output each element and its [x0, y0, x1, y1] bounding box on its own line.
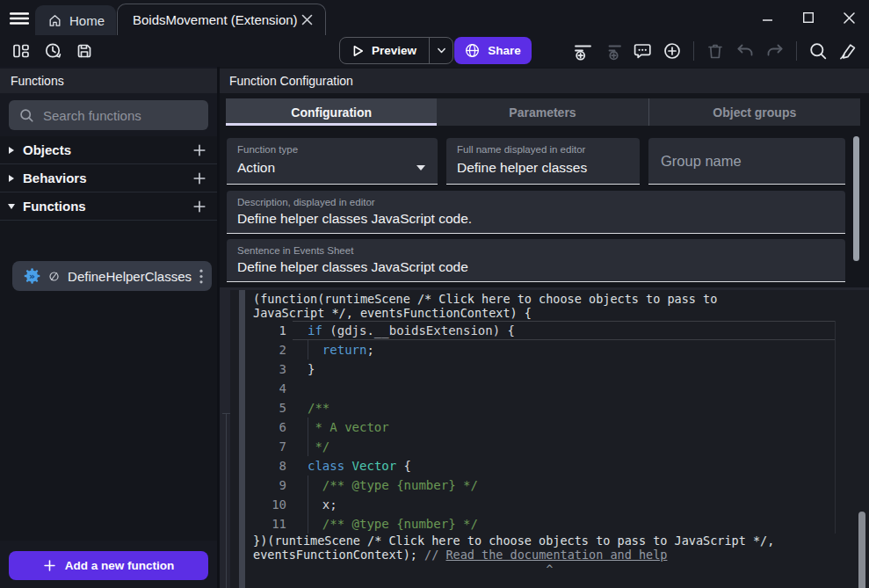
group-name-input[interactable] — [661, 138, 832, 184]
line-number: 2 — [230, 340, 286, 359]
line-text: /** — [308, 398, 869, 417]
toolbar-left-group — [9, 39, 97, 63]
code-line[interactable]: 2 return; — [230, 340, 869, 359]
function-type-field[interactable]: Function type Action — [227, 138, 438, 185]
group-name-field[interactable] — [648, 138, 845, 185]
add-comment-button[interactable] — [630, 39, 655, 63]
form-scrollbar[interactable] — [853, 136, 859, 261]
code-line[interactable]: 7 */ — [230, 437, 869, 456]
line-number: 11 — [230, 514, 286, 534]
line-number: 4 — [230, 379, 286, 398]
field-label: Full name displayed in editor — [457, 144, 585, 155]
function-item-menu-button[interactable] — [199, 269, 203, 284]
hamburger-icon — [10, 11, 29, 25]
history-button[interactable] — [40, 39, 65, 63]
function-configuration-panel: Function Configuration Configuration Par… — [220, 67, 869, 588]
visibility-off-icon — [48, 270, 60, 283]
code-line[interactable]: 4 — [230, 379, 869, 398]
menu-button[interactable] — [8, 10, 31, 27]
toolbar-divider — [796, 41, 797, 61]
search-input[interactable] — [43, 108, 188, 123]
code-line[interactable]: 1if (gdjs.__boidsExtension) { — [230, 321, 869, 340]
history-icon — [43, 41, 62, 61]
edit-icon — [838, 41, 858, 62]
toolbar-divider — [693, 41, 694, 61]
code-header-line: JavaScript */, eventsFunctionContext) { — [253, 306, 532, 320]
sidebar-section-functions[interactable]: Functions — [0, 192, 217, 221]
code-line[interactable]: 3} — [230, 359, 869, 379]
line-number: 10 — [230, 495, 286, 514]
full-name-field[interactable]: Full name displayed in editor Define hel… — [446, 138, 640, 185]
search-button[interactable] — [806, 39, 830, 63]
delete-button[interactable] — [703, 39, 728, 63]
code-scrollbar[interactable] — [858, 512, 865, 588]
code-line[interactable]: 10 x; — [230, 495, 869, 514]
close-button[interactable] — [829, 4, 869, 32]
save-button[interactable] — [72, 39, 97, 63]
add-event-button[interactable] — [570, 39, 595, 63]
add-sub-event-icon — [603, 41, 623, 62]
preview-button[interactable]: Preview — [340, 38, 429, 63]
tab-extension[interactable]: BoidsMovement (Extension) — [117, 4, 326, 35]
function-item-label: DefineHelperClasses — [68, 269, 192, 284]
main-header: Function Configuration — [220, 69, 869, 93]
line-number: 8 — [230, 456, 286, 475]
add-function-button[interactable]: Add a new function — [9, 551, 208, 580]
code-line[interactable]: 9 /** @type {number} */ — [230, 475, 869, 495]
app-window: Home BoidsMovement (Extension) — [0, 0, 869, 588]
chevron-down-icon — [436, 45, 447, 56]
chevron-right-icon[interactable] — [0, 175, 23, 182]
close-icon — [301, 14, 313, 25]
description-field[interactable]: Description, displayed in editor Define … — [227, 191, 845, 234]
redo-icon — [765, 41, 785, 61]
undo-icon — [735, 41, 755, 61]
collapse-caret[interactable]: ^ — [230, 563, 869, 576]
undo-button[interactable] — [733, 39, 757, 63]
choose-event-button[interactable] — [660, 39, 684, 63]
function-item-selected[interactable]: » DefineHelperClasses — [12, 261, 212, 291]
sidebar-header: Functions — [0, 69, 217, 93]
project-manager-button[interactable] — [9, 39, 33, 63]
add-object-button[interactable] — [192, 143, 206, 157]
code-line[interactable]: 6 * A vector — [230, 417, 869, 437]
line-number: 7 — [230, 437, 286, 456]
share-button[interactable]: Share — [454, 37, 532, 64]
sentence-field[interactable]: Sentence in Events Sheet Define helper c… — [227, 239, 845, 282]
code-footer[interactable]: })(runtimeScene /* Click here to choose … — [253, 534, 860, 562]
minimize-button[interactable] — [748, 4, 788, 32]
edit-button[interactable] — [836, 39, 860, 63]
functions-sidebar: Functions Objects Behaviors — [0, 67, 217, 588]
maximize-button[interactable] — [788, 4, 829, 32]
chevron-down-icon[interactable] — [0, 204, 23, 209]
line-number: 5 — [230, 398, 286, 417]
tab-configuration[interactable]: Configuration — [226, 98, 437, 126]
tab-parameters[interactable]: Parameters — [437, 98, 648, 126]
code-line[interactable]: 8class Vector { — [230, 456, 869, 475]
sidebar-section-behaviors[interactable]: Behaviors — [0, 164, 217, 192]
preview-dropdown-button[interactable] — [429, 38, 453, 63]
project-manager-icon — [11, 41, 31, 61]
sidebar-section-objects[interactable]: Objects — [0, 136, 217, 164]
main-title: Function Configuration — [229, 74, 353, 88]
add-function-quick-button[interactable] — [192, 200, 206, 214]
search-box[interactable] — [9, 100, 208, 130]
tab-close-button[interactable] — [301, 14, 313, 25]
chevron-right-icon[interactable] — [0, 147, 23, 154]
javascript-event-block[interactable]: (function(runtimeScene /* Click here to … — [230, 290, 869, 588]
add-behavior-button[interactable] — [192, 171, 206, 185]
tab-object-groups[interactable]: Object groups — [648, 98, 860, 126]
line-text: } — [308, 359, 869, 379]
code-footer-line: })(runtimeScene /* Click here to choose … — [253, 534, 774, 548]
plus-icon — [192, 143, 206, 157]
share-label: Share — [488, 44, 521, 57]
code-header[interactable]: (function(runtimeScene /* Click here to … — [253, 292, 860, 320]
tab-home[interactable]: Home — [35, 5, 116, 35]
code-line[interactable]: 5/** — [230, 398, 869, 417]
redo-button[interactable] — [763, 39, 787, 63]
code-line[interactable]: 11 /** @type {number} */ — [230, 514, 869, 534]
add-sub-event-button[interactable] — [600, 39, 625, 63]
code-lines: 1if (gdjs.__boidsExtension) {2 return;3}… — [230, 321, 869, 534]
preview-label: Preview — [372, 44, 416, 57]
documentation-link[interactable]: Read the documentation and help — [445, 548, 667, 562]
line-number: 6 — [230, 417, 286, 437]
